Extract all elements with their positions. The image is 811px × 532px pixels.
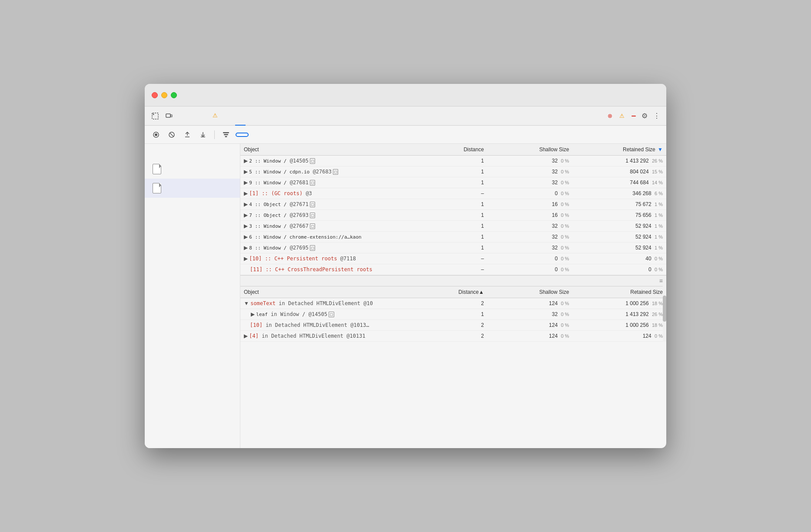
more-options-icon[interactable]: ⋮ xyxy=(651,110,663,122)
table-row[interactable]: ▶ 8 :: Window / @27695 □ 1 32 0 % 52 924… xyxy=(240,243,666,253)
cell-distance: 1 xyxy=(436,243,488,253)
filter-button[interactable] xyxy=(220,129,232,141)
table-header-row: Object Distance Shallow Size Retained Si… xyxy=(240,144,666,156)
expand-arrow-icon[interactable]: ▶ xyxy=(244,158,249,164)
expand-arrow-icon[interactable]: ▶ xyxy=(244,212,249,218)
expand-arrow-icon[interactable]: ▶ xyxy=(244,201,249,207)
table-row[interactable]: ▶ 5 :: Window / cdpn.io @27683 □ 1 32 0 … xyxy=(240,166,666,177)
object-name: 7 :: Object / xyxy=(249,213,286,218)
cell-shallow: 32 0 % xyxy=(487,221,572,232)
cell-distance: 1 xyxy=(436,221,488,232)
svg-rect-3 xyxy=(171,115,172,117)
object-suffix: in Window / @14505 xyxy=(268,311,327,317)
retainers-menu-icon[interactable]: ≡ xyxy=(659,277,663,284)
clear-button[interactable] xyxy=(166,129,178,141)
tab-performance[interactable] xyxy=(225,106,235,126)
scrollbar-thumb[interactable] xyxy=(663,296,666,322)
col-header-object[interactable]: Object xyxy=(240,144,436,156)
download-button[interactable] xyxy=(197,129,209,141)
ret-col-header-retained[interactable]: Retained Size xyxy=(572,286,666,298)
object-name: [1] :: (GC roots) xyxy=(249,190,302,196)
col-header-shallow[interactable]: Shallow Size xyxy=(487,144,572,156)
expand-arrow-icon[interactable]: ▶ xyxy=(244,333,249,339)
snapshot-icon xyxy=(152,163,162,175)
minimize-button[interactable] xyxy=(161,92,167,98)
object-addr: @27671 xyxy=(286,201,309,207)
expand-arrow-icon[interactable]: ▼ xyxy=(244,300,250,306)
maximize-button[interactable] xyxy=(171,92,177,98)
table-row[interactable]: [11] :: C++ CrossThreadPersistent roots … xyxy=(240,264,666,275)
tab-network[interactable]: ⚠ xyxy=(207,106,225,126)
object-name: 2 :: Window / xyxy=(249,158,286,164)
cell-object: ▼ someText in Detached HTMLDivElement @1… xyxy=(240,298,436,309)
window-rect-icon: □ xyxy=(329,312,334,317)
table-row[interactable]: ▼ someText in Detached HTMLDivElement @1… xyxy=(240,298,666,309)
tab-memory[interactable] xyxy=(235,106,246,126)
cell-distance: 1 xyxy=(436,156,488,166)
table-row[interactable]: ▶ [4] in Detached HTMLDivElement @10131 … xyxy=(240,331,666,342)
expand-arrow-icon[interactable]: ▶ xyxy=(244,169,249,175)
cell-shallow: 124 0 % xyxy=(487,298,572,309)
devtools-window: ⚠ ⊗ ⚠ ⚙ ⋮ xyxy=(145,84,666,448)
object-name: [10] :: C++ Persistent roots xyxy=(249,256,337,262)
table-row[interactable]: ▶ leaf in Window / @14505 □ 1 32 0 % 1 4… xyxy=(240,309,666,320)
tab-elements[interactable] xyxy=(176,106,186,126)
error5-count xyxy=(632,116,636,116)
table-row[interactable]: [10] in Detached HTMLDivElement @1013… 2… xyxy=(240,320,666,331)
cell-retained: 804 024 15 % xyxy=(572,166,666,177)
svg-line-7 xyxy=(170,133,173,136)
cell-retained: 75 672 1 % xyxy=(572,199,666,210)
col-header-retained[interactable]: Retained Size ▼ xyxy=(572,144,666,156)
object-addr: @27695 xyxy=(286,245,309,251)
cell-retained: 124 0 % xyxy=(572,331,666,342)
upload-button[interactable] xyxy=(181,129,193,141)
table-row[interactable]: ▶ 7 :: Object / @27693 □ 1 16 0 % 75 656… xyxy=(240,210,666,221)
cell-shallow: 0 0 % xyxy=(487,253,572,264)
sidebar-item-snapshot1[interactable] xyxy=(145,160,240,179)
object-name: 4 :: Object / xyxy=(249,202,286,207)
table-row[interactable]: ▶ [10] :: C++ Persistent roots @7118 – 0… xyxy=(240,253,666,264)
window-rect-icon: □ xyxy=(333,169,338,175)
expand-arrow-icon[interactable]: ▶ xyxy=(244,180,249,186)
svg-rect-2 xyxy=(166,114,170,117)
object-addr: @27683 xyxy=(309,169,332,175)
object-suffix: in Detached HTMLDivElement @1013… xyxy=(263,322,369,328)
table-row[interactable]: ▶ [1] :: (GC roots) @3 – 0 0 % 346 268 6… xyxy=(240,188,666,199)
cell-object: ▶ [10] :: C++ Persistent roots @7118 xyxy=(240,253,436,264)
sidebar-item-snapshot2[interactable] xyxy=(145,179,240,198)
expand-arrow-icon[interactable]: ▶ xyxy=(244,223,249,229)
containment-dropdown[interactable] xyxy=(236,133,249,137)
cell-distance: 1 xyxy=(436,199,488,210)
object-suffix: in Detached HTMLDivElement @10131 xyxy=(259,333,366,339)
table-row[interactable]: ▶ 2 :: Window / @14505 □ 1 32 0 % 1 413 … xyxy=(240,156,666,166)
snapshot2-icon xyxy=(152,182,162,194)
ret-col-header-object[interactable]: Object xyxy=(240,286,436,298)
ret-col-header-shallow[interactable]: Shallow Size xyxy=(487,286,572,298)
expand-arrow-icon[interactable]: ▶ xyxy=(244,234,249,240)
ret-col-header-distance[interactable]: Distance▲ xyxy=(436,286,488,298)
tab-more[interactable] xyxy=(246,106,256,126)
inspect-icon[interactable] xyxy=(148,109,162,123)
cell-shallow: 124 0 % xyxy=(487,320,572,331)
expand-arrow-icon[interactable]: ▶ xyxy=(244,256,249,262)
table-row[interactable]: ▶ 4 :: Object / @27671 □ 1 16 0 % 75 672… xyxy=(240,199,666,210)
scrollbar-track[interactable] xyxy=(663,276,666,342)
warning-icon: ⚠ xyxy=(213,112,218,119)
expand-arrow-icon[interactable]: ▶ xyxy=(244,245,249,251)
table-row[interactable]: ▶ 9 :: Window / @27681 □ 1 32 0 % 744 68… xyxy=(240,177,666,188)
sidebar-title xyxy=(145,151,240,156)
col-header-distance[interactable]: Distance xyxy=(436,144,488,156)
tab-console[interactable] xyxy=(186,106,197,126)
expand-arrow-icon[interactable]: ▶ xyxy=(251,311,256,317)
settings-gear-icon[interactable]: ⚙ xyxy=(638,110,651,122)
sidebar xyxy=(145,144,240,448)
expand-arrow-icon[interactable]: ▶ xyxy=(244,190,249,196)
object-name: 5 :: Window / cdpn.io xyxy=(249,169,309,175)
cell-shallow: 16 0 % xyxy=(487,210,572,221)
record-button[interactable] xyxy=(150,129,162,141)
device-toggle-icon[interactable] xyxy=(162,109,176,123)
tab-sources[interactable] xyxy=(197,106,207,126)
table-row[interactable]: ▶ 6 :: Window / chrome-extension://a…kao… xyxy=(240,232,666,243)
close-button[interactable] xyxy=(152,92,158,98)
table-row[interactable]: ▶ 3 :: Window / @27667 □ 1 32 0 % 52 924… xyxy=(240,221,666,232)
